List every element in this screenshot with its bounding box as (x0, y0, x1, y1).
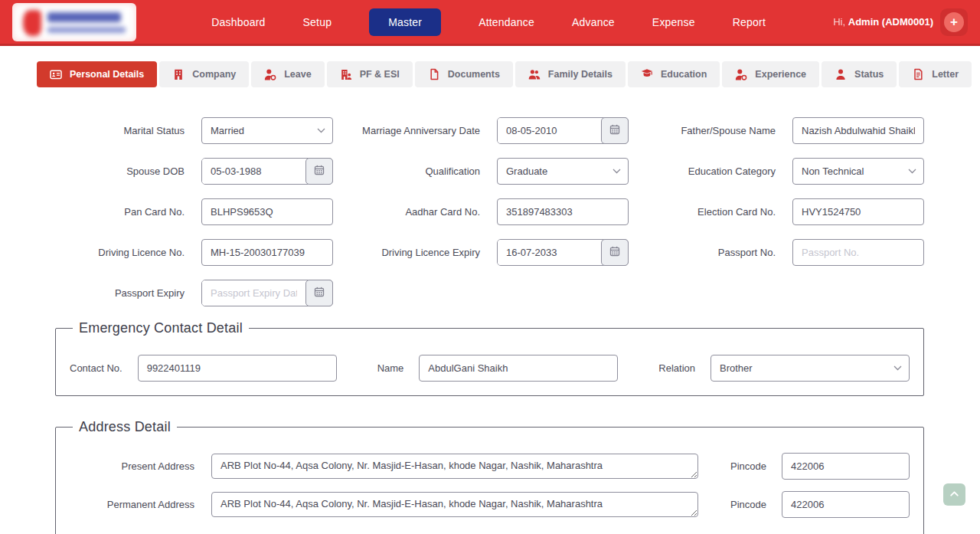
aadhar-card-no-label: Aadhar Card No. (333, 206, 480, 218)
marriage-anniversary-date-label: Marriage Anniversary Date (333, 125, 480, 136)
building-icon (172, 68, 185, 80)
nav-item-attendance[interactable]: Attendance (479, 16, 534, 28)
driving-licence-expiry-label: Driving Licence Expiry (333, 247, 480, 258)
education-category-value: Non Technical (802, 165, 908, 177)
election-card-no-field: Election Card No. (629, 198, 924, 225)
marital-status-label: Marital Status (38, 125, 185, 136)
present-address-pincode-label: Pincode (730, 460, 766, 472)
nav-item-master[interactable]: Master (369, 8, 441, 36)
company-logo[interactable] (12, 3, 136, 41)
emergency-relation-field: RelationBrother (658, 355, 910, 382)
permanent-address-pincode-input[interactable] (782, 491, 910, 518)
nav-item-advance[interactable]: Advance (572, 16, 615, 28)
tab-letter[interactable]: Letter (899, 61, 972, 87)
calendar-icon (314, 165, 325, 178)
tab-leave[interactable]: Leave (251, 61, 324, 87)
emergency-contact-row: Contact No.NameRelationBrother (70, 355, 910, 382)
driving-licence-expiry-input[interactable] (498, 240, 601, 265)
passport-no-label: Passport No. (629, 247, 776, 258)
education-category-label: Education Category (629, 165, 776, 177)
passport-no-input[interactable] (792, 239, 924, 266)
nav-item-report[interactable]: Report (733, 16, 766, 28)
tab-pf-esi[interactable]: PF & ESI (327, 61, 413, 87)
election-card-no-input[interactable] (792, 198, 924, 225)
driving-licence-expiry-calendar-button[interactable] (601, 239, 629, 266)
driving-licence-no-group (201, 239, 333, 266)
father-spouse-name-field: Father/Spouse Name (629, 117, 924, 144)
marriage-anniversary-date-input[interactable] (498, 118, 601, 143)
tab-company[interactable]: Company (159, 61, 249, 87)
tab-documents[interactable]: Documents (415, 61, 513, 87)
qualification-select[interactable]: Graduate (497, 158, 629, 185)
marriage-anniversary-date-calendar-button[interactable] (601, 117, 629, 144)
father-spouse-name-input[interactable] (792, 117, 924, 144)
tab-education[interactable]: Education (628, 61, 720, 87)
marital-status-field: Marital StatusMarried (38, 117, 333, 144)
emergency-contact-no-input[interactable] (138, 355, 337, 382)
app-header: DashboardSetupMasterAttendanceAdvanceExp… (0, 0, 980, 46)
spouse-dob-calendar-button[interactable] (305, 158, 333, 185)
emergency-name-field: Name (377, 355, 619, 382)
election-card-no-label: Election Card No. (629, 206, 776, 218)
form-row: Passport Expiry (38, 280, 924, 306)
greeting-prefix: Hi, (833, 16, 845, 28)
driving-licence-no-input[interactable] (201, 239, 333, 266)
spouse-dob-input[interactable] (202, 159, 305, 184)
pan-card-no-label: Pan Card No. (38, 206, 185, 218)
driving-licence-expiry-field: Driving Licence Expiry (333, 239, 629, 266)
chevron-down-icon (612, 169, 621, 174)
add-button-wrap: + (940, 8, 968, 36)
header-right: Hi, Admin (ADM0001) + (833, 8, 968, 36)
tab-label: Letter (932, 69, 959, 80)
emergency-contact-legend: Emergency Contact Detail (73, 320, 249, 336)
person-badge-icon (735, 68, 747, 80)
qualification-field: QualificationGraduate (333, 158, 629, 185)
tab-family-details[interactable]: Family Details (515, 61, 626, 87)
education-category-field: Education CategoryNon Technical (629, 158, 924, 185)
form-row: Pan Card No.Aadhar Card No.Election Card… (38, 198, 924, 225)
pan-card-no-group (201, 198, 333, 225)
permanent-address-textarea[interactable] (211, 492, 698, 517)
spouse-dob-field: Spouse DOB (38, 158, 333, 185)
marital-status-select[interactable]: Married (201, 117, 333, 144)
passport-expiry-calendar-button[interactable] (305, 280, 333, 306)
emergency-name-group (419, 355, 618, 382)
user-greeting: Hi, Admin (ADM0001) (833, 16, 933, 28)
graduate-icon (641, 68, 653, 80)
passport-expiry-input[interactable] (202, 280, 305, 306)
education-category-select[interactable]: Non Technical (792, 158, 924, 185)
nav-item-expense[interactable]: Expense (652, 16, 695, 28)
plus-icon: + (950, 13, 958, 31)
spouse-dob-label: Spouse DOB (38, 165, 185, 177)
emergency-relation-label: Relation (658, 362, 695, 374)
letter-icon (912, 68, 924, 80)
company-logo-image (12, 3, 136, 41)
chevron-down-icon (893, 365, 902, 371)
form-row: Spouse DOBQualificationGraduateEducation… (38, 158, 924, 185)
nav-item-dashboard[interactable]: Dashboard (211, 16, 265, 28)
father-spouse-name-group (792, 117, 924, 144)
emergency-name-input[interactable] (419, 355, 618, 382)
emergency-contact-no-field: Contact No. (70, 355, 337, 382)
marital-status-value: Married (211, 125, 317, 136)
pan-card-no-input[interactable] (201, 198, 333, 225)
id-card-icon (50, 68, 62, 80)
present-address-pincode-input[interactable] (782, 453, 910, 480)
scroll-to-top-button[interactable] (943, 483, 965, 506)
driving-licence-no-field: Driving Licence No. (38, 239, 333, 266)
passport-expiry-field: Passport Expiry (38, 280, 333, 306)
chevron-up-icon (949, 488, 960, 502)
person-badge-icon (264, 68, 276, 80)
tab-status[interactable]: Status (822, 61, 897, 87)
emergency-contact-section: Emergency Contact Detail Contact No.Name… (55, 320, 924, 396)
tab-personal-details[interactable]: Personal Details (37, 61, 157, 87)
calendar-icon (609, 124, 620, 137)
emergency-relation-select[interactable]: Brother (710, 355, 910, 382)
aadhar-card-no-input[interactable] (497, 198, 629, 225)
tab-experience[interactable]: Experience (722, 61, 819, 87)
tab-label: Personal Details (70, 69, 144, 80)
file-icon (428, 68, 440, 80)
nav-item-setup[interactable]: Setup (303, 16, 332, 28)
add-button[interactable]: + (944, 12, 964, 32)
present-address-textarea[interactable] (211, 454, 698, 479)
